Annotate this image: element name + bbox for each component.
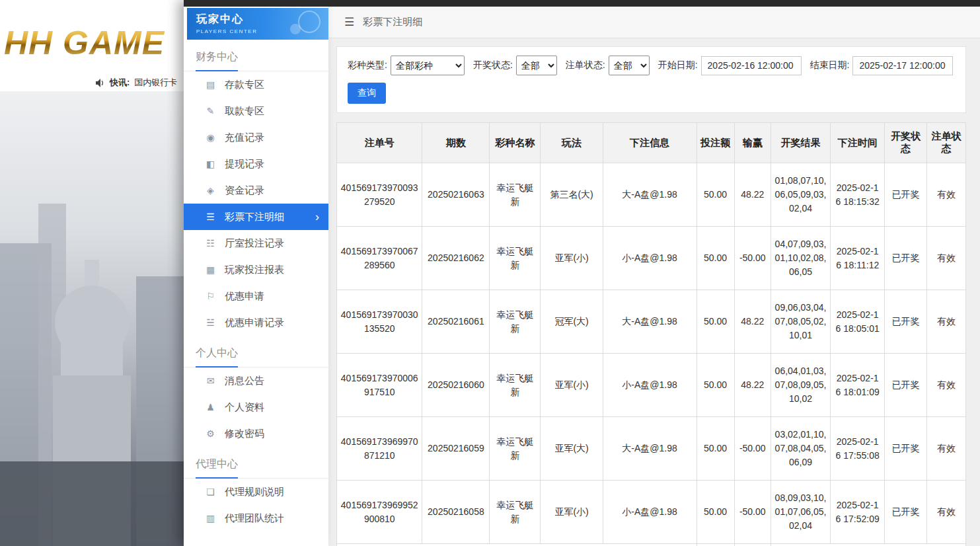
ticker-text: 国内银行卡: [134, 77, 177, 89]
funds-records-icon: ◈: [205, 185, 216, 196]
cell-bet-time: 2025-02-16 17:55:08: [831, 417, 885, 481]
announcements-icon: ✉: [205, 375, 216, 386]
start-date-input[interactable]: [701, 56, 802, 75]
cell-draw-status: 已开奖: [885, 481, 927, 544]
table-row: 40156917397006728956020250216062幸运飞艇新亚军(…: [337, 227, 966, 290]
site-background: HH GAME 快讯: 国内银行卡: [0, 0, 184, 546]
draw-status-select[interactable]: 全部: [516, 56, 557, 75]
column-header: 彩种名称: [490, 123, 541, 163]
cell-bet-status: 有效: [926, 227, 965, 290]
cell-draw-status: 已开奖: [885, 290, 927, 354]
news-ticker: 快讯: 国内银行卡: [0, 74, 184, 91]
table-header-row: 注单号期数彩种名称玩法下注信息投注额输赢开奖结果下注时间开奖状态注单状态: [337, 123, 966, 163]
cell-period: 20250216058: [422, 481, 490, 544]
header-decoration-circle: [298, 11, 320, 33]
column-header: 输赢: [734, 123, 771, 163]
filter-row: 彩种类型: 全部彩种 开奖状态: 全部 注单状态: 全部 开始日期: 结束日期:: [348, 56, 955, 75]
cell-bet-number: 401569173970067289560: [337, 227, 422, 290]
search-button[interactable]: 查询: [348, 83, 386, 104]
column-header: 开奖状态: [885, 123, 927, 163]
cell-win-loss: -50.00: [734, 227, 771, 290]
sidebar-item-funds-records[interactable]: ◈资金记录: [184, 177, 328, 204]
end-date-input[interactable]: [852, 56, 953, 75]
cell-lottery-name: 幸运飞艇新: [490, 354, 541, 417]
sidebar-item-agent-rules[interactable]: ❏代理规则说明: [184, 479, 328, 505]
sidebar-item-lottery-bet-details[interactable]: ☰彩票下注明细›: [184, 204, 328, 230]
sidebar-section-label: 财务中心: [196, 50, 238, 71]
content: 彩种类型: 全部彩种 开奖状态: 全部 注单状态: 全部 开始日期: 结束日期:…: [328, 38, 980, 546]
cell-bet-number: 401569173969952900810: [337, 481, 422, 544]
cell-bet-status: 有效: [926, 481, 965, 544]
sidebar-section-label: 代理中心: [196, 457, 238, 479]
table-row: 40156917397000691751020250216060幸运飞艇新亚军(…: [337, 354, 966, 417]
sidebar-item-label: 代理团队统计: [225, 512, 284, 525]
summary-win-total: -5.35: [734, 544, 771, 546]
cell-draw-status: 已开奖: [885, 163, 927, 227]
cell-lottery-name: 幸运飞艇新: [490, 163, 541, 227]
cell-bet-amount: 50.00: [697, 417, 734, 481]
bet-status-select[interactable]: 全部: [609, 56, 650, 75]
table-row: 40156917397003013552020250216061幸运飞艇新冠军(…: [337, 290, 966, 354]
cell-bet-amount: 50.00: [697, 163, 734, 227]
filter-actions: 查询: [348, 83, 955, 104]
sidebar-item-label: 充值记录: [225, 132, 264, 144]
sidebar-item-player-bet-report[interactable]: ▦玩家投注报表: [184, 256, 328, 283]
bet-table-card: 注单号期数彩种名称玩法下注信息投注额输赢开奖结果下注时间开奖状态注单状态 401…: [336, 122, 966, 546]
sidebar-item-promo-apply-records[interactable]: ☱优惠申请记录: [184, 309, 328, 336]
sidebar-item-label: 取款专区: [225, 105, 264, 118]
cell-win-loss: -50.00: [734, 417, 771, 481]
top-strip: [184, 0, 980, 7]
bet-table: 注单号期数彩种名称玩法下注信息投注额输赢开奖结果下注时间开奖状态注单状态 401…: [336, 122, 966, 546]
cell-draw-result: 06,04,01,03,07,08,09,05,10,02: [771, 354, 830, 417]
lottery-type-select[interactable]: 全部彩种: [391, 56, 465, 75]
sidebar-section-title: 代理中心: [184, 447, 328, 479]
sidebar-item-announcements[interactable]: ✉消息公告: [184, 368, 328, 394]
withdraw-icon: ✎: [205, 106, 216, 116]
sidebar-item-hall-bet-records[interactable]: ☷厅室投注记录: [184, 230, 328, 256]
sidebar-item-withdraw-zone[interactable]: ✎取款专区: [184, 98, 328, 124]
sidebar-item-label: 优惠申请记录: [225, 317, 284, 329]
menu-toggle-icon[interactable]: ☰: [344, 15, 354, 29]
column-header: 期数: [422, 123, 490, 163]
cell-period: 20250216060: [422, 354, 490, 417]
cell-lottery-name: 幸运飞艇新: [490, 227, 541, 290]
column-header: 注单状态: [926, 123, 965, 163]
change-password-icon: ⚙: [205, 428, 216, 439]
cell-lottery-name: 幸运飞艇新: [490, 481, 541, 544]
sidebar-section-title: 财务中心: [184, 40, 328, 71]
column-header: 投注额: [697, 123, 734, 163]
cell-bet-number: 401569173969970871210: [337, 417, 422, 481]
sidebar-item-recharge-records[interactable]: ◉充值记录: [184, 124, 328, 151]
cell-play-type: 亚军(大): [541, 417, 603, 481]
cell-bet-status: 有效: [926, 290, 965, 354]
cell-period: 20250216062: [422, 227, 490, 290]
cell-bet-info: 大-A盘@1.98: [603, 290, 697, 354]
agent-rules-icon: ❏: [205, 487, 216, 497]
summary-label: 当前页统计: [337, 544, 697, 546]
cell-bet-amount: 50.00: [697, 290, 734, 354]
filter-panel: 彩种类型: 全部彩种 开奖状态: 全部 注单状态: 全部 开始日期: 结束日期:…: [336, 46, 966, 113]
summary-spacer: [771, 544, 965, 546]
cell-bet-status: 有效: [926, 417, 965, 481]
sidebar-item-deposit-zone[interactable]: ▤存款专区: [184, 71, 328, 98]
cell-win-loss: 48.22: [734, 354, 771, 417]
column-header: 下注时间: [831, 123, 885, 163]
promo-records-icon: ☱: [205, 317, 216, 328]
sidebar-item-change-password[interactable]: ⚙修改密码: [184, 420, 328, 447]
sidebar-item-promo-apply[interactable]: ⚐优惠申请: [184, 283, 328, 309]
withdrawal-records-icon: ◧: [205, 159, 216, 169]
promo-apply-icon: ⚐: [205, 291, 216, 301]
sidebar-item-label: 厅室投注记录: [225, 237, 284, 250]
cell-bet-amount: 50.00: [697, 354, 734, 417]
player-center-header: 玩家中心 PLAYERS CENTER: [187, 8, 328, 40]
cell-bet-time: 2025-02-16 18:05:01: [831, 290, 885, 354]
lottery-type-label: 彩种类型:: [348, 59, 387, 71]
cell-bet-amount: 50.00: [697, 481, 734, 544]
main-area: ☰ 彩票下注明细 彩种类型: 全部彩种 开奖状态: 全部 注单状态: 全部 开始…: [328, 7, 980, 546]
cell-draw-result: 08,09,03,10,01,07,06,05,02,04: [771, 481, 830, 544]
sidebar-item-agent-team-stats[interactable]: ▥代理团队统计: [184, 505, 328, 531]
cell-draw-result: 03,02,01,10,07,08,04,05,06,09: [771, 417, 830, 481]
sidebar-item-profile[interactable]: ♟个人资料: [184, 394, 328, 420]
sidebar-item-withdrawal-records[interactable]: ◧提现记录: [184, 151, 328, 177]
sidebar: 玩家中心 PLAYERS CENTER 财务中心▤存款专区✎取款专区◉充值记录◧…: [184, 0, 328, 546]
